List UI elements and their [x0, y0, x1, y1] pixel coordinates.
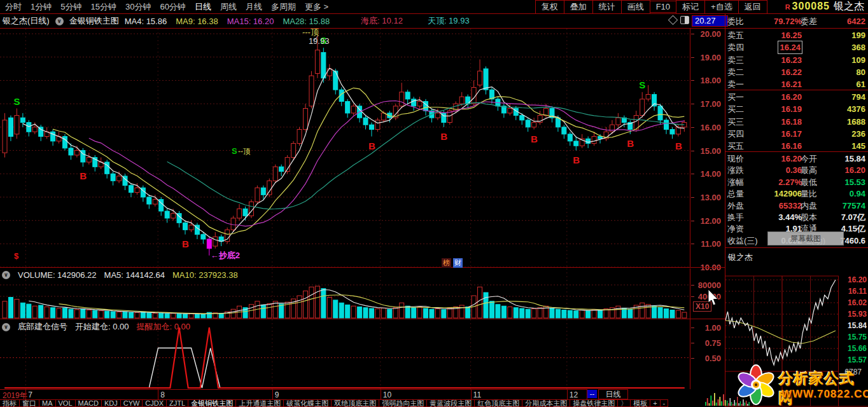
- tick-dash: [691, 285, 694, 286]
- indicator-tab[interactable]: 〉: [617, 399, 631, 407]
- period-item[interactable]: 日线: [195, 1, 211, 13]
- order-price[interactable]: 16.21: [781, 78, 802, 90]
- diamond-icon[interactable]: [668, 15, 678, 25]
- period-item[interactable]: 多周期: [271, 1, 296, 13]
- indicator-tab[interactable]: -: [660, 399, 669, 407]
- ma-value-labels: MA4: 15.86MA9: 16.38MA15: 16.20MA28: 15.…: [125, 17, 339, 26]
- indicator-tab[interactable]: 金银铜铁主图: [188, 399, 236, 407]
- svg-text:B: B: [182, 238, 189, 249]
- order-row[interactable]: 买一16.20794: [725, 91, 868, 103]
- period-item[interactable]: 分时: [5, 1, 22, 13]
- order-volume: 4376: [847, 103, 865, 115]
- period-item[interactable]: 60分钟: [160, 1, 185, 13]
- axis-more-box[interactable]: --: [587, 390, 597, 398]
- order-price[interactable]: 16.18: [781, 116, 802, 128]
- stock-identity: R 300085 银之杰: [785, 0, 864, 13]
- period-item[interactable]: 15分钟: [90, 1, 116, 13]
- order-price[interactable]: 16.19: [781, 103, 802, 115]
- period-item[interactable]: 周线: [220, 1, 237, 13]
- order-row[interactable]: 卖二16.2280: [725, 66, 868, 78]
- signal-axis: 1.000.750.50: [691, 319, 725, 389]
- toolbar-button[interactable]: 标记: [676, 0, 705, 14]
- period-tab-daily[interactable]: 日线: [598, 389, 628, 399]
- indicator-tab[interactable]: 窗口: [19, 399, 39, 407]
- indicator-tab[interactable]: VOL: [55, 399, 76, 407]
- trading-app-window: 分时1分钟5分钟15分钟30分钟60分钟日线周线月线多周期更多 > 复权叠加统计…: [0, 0, 868, 407]
- price-tick: 19.00: [700, 53, 721, 62]
- order-row[interactable]: 买五16.16145: [725, 140, 868, 152]
- order-price[interactable]: 16.16: [781, 140, 802, 152]
- indicator-tab[interactable]: 黄蓝波段主图: [426, 399, 475, 407]
- indicator-tab[interactable]: 双绝顶底主图: [331, 399, 379, 407]
- order-row[interactable]: 卖四16.24368: [725, 41, 868, 53]
- panel-toggle-icon[interactable]: [680, 16, 689, 24]
- panel-divider: [725, 28, 868, 29]
- indicator-name[interactable]: 金银铜铁主图: [69, 15, 119, 27]
- toolbar-button[interactable]: 统计: [592, 0, 622, 14]
- indicator-tab[interactable]: 模板: [630, 399, 650, 407]
- indicator-tab[interactable]: 强弱趋向主图: [379, 399, 427, 407]
- order-row[interactable]: 买二16.194376: [725, 103, 868, 115]
- order-price[interactable]: 16.23: [781, 54, 802, 66]
- order-volume: 1688: [847, 116, 865, 128]
- stat-row: 总量142906量比0.94: [725, 188, 868, 200]
- indicator-tab[interactable]: CYW: [120, 399, 143, 407]
- indicator-tab[interactable]: 操盘铁律主图: [570, 399, 618, 407]
- logo-site-url: WWW.70822.COM: [781, 388, 868, 401]
- date-axis[interactable]: 2019年 789101112: [0, 389, 587, 400]
- order-row[interactable]: 买三16.181688: [725, 116, 868, 128]
- toolbar-button[interactable]: 叠加: [564, 0, 593, 14]
- indicator-tab[interactable]: KDJ: [101, 399, 121, 407]
- tianding-label: 天顶: 19.93: [428, 15, 470, 27]
- indicator-tab[interactable]: 上升通道主图: [235, 399, 284, 407]
- cai-badge[interactable]: 财: [453, 258, 463, 268]
- period-item[interactable]: 30分钟: [125, 1, 151, 13]
- toolbar-button[interactable]: 复权: [535, 0, 564, 14]
- order-row[interactable]: 买四16.17236: [725, 128, 868, 140]
- indicator-tab[interactable]: 指标: [0, 399, 20, 407]
- stat-value: 0.36: [786, 165, 802, 176]
- stat-value: 16.20: [844, 165, 865, 176]
- indicator-tab[interactable]: MACD: [75, 399, 102, 407]
- period-item[interactable]: 5分钟: [60, 1, 81, 13]
- indicator-tab[interactable]: ZJTL: [166, 399, 188, 407]
- order-price[interactable]: 16.25: [781, 29, 802, 41]
- indicator-tab[interactable]: MA: [39, 399, 56, 407]
- order-price[interactable]: 16.22: [781, 66, 802, 78]
- toolbar-button[interactable]: 画线: [621, 0, 650, 14]
- weibi-label: 委比: [727, 15, 744, 27]
- indicator-tab[interactable]: 破茧化蝶主图: [283, 399, 332, 407]
- stat-label: 涨幅: [727, 177, 744, 188]
- order-price[interactable]: 16.20: [781, 91, 802, 103]
- indicator-tab[interactable]: 红色顶底主图: [474, 399, 522, 407]
- order-volume: 145: [851, 140, 865, 152]
- indicator-tab[interactable]: +: [650, 399, 660, 407]
- period-item[interactable]: 月线: [246, 1, 262, 13]
- stat-value: 7460.6: [840, 235, 865, 247]
- order-price[interactable]: 16.24: [778, 41, 802, 53]
- chevron-down-icon[interactable]: ∨: [2, 271, 10, 279]
- chevron-down-icon[interactable]: ∨: [2, 323, 10, 331]
- svg-text:B: B: [80, 170, 87, 181]
- weibi-row: 委比 79.72% 委差 6422: [725, 15, 868, 27]
- indicator-tab[interactable]: 分期成本主图: [522, 399, 570, 407]
- order-row[interactable]: 卖一16.2161: [725, 78, 868, 90]
- indicator-tab[interactable]: CJDX: [142, 399, 167, 407]
- order-row[interactable]: 卖五16.25199: [725, 29, 868, 41]
- toolbar-button[interactable]: +自选: [704, 0, 739, 14]
- toolbar-button[interactable]: 返回: [738, 0, 767, 14]
- subbar-corner-icons: [669, 16, 689, 24]
- signal-tick: 0.75: [705, 338, 721, 348]
- main-candlestick-chart[interactable]: SSSBBBBBBBB---顶19.93S--顶←抄底2$: [0, 29, 690, 267]
- chevron-down-icon[interactable]: ∨: [55, 17, 64, 25]
- bang-badge[interactable]: 榜: [442, 258, 451, 268]
- order-price[interactable]: 16.17: [781, 128, 802, 140]
- svg-text:15.57: 15.57: [848, 355, 867, 364]
- stat-label: 换手: [727, 212, 744, 223]
- period-item[interactable]: 1分钟: [31, 1, 52, 13]
- toolbar-button[interactable]: F10: [650, 1, 676, 13]
- period-item[interactable]: 更多 >: [305, 1, 328, 13]
- order-row[interactable]: 卖三16.23109: [725, 54, 868, 66]
- order-level-label: 卖二: [727, 66, 744, 78]
- tick-dash: [691, 34, 694, 34]
